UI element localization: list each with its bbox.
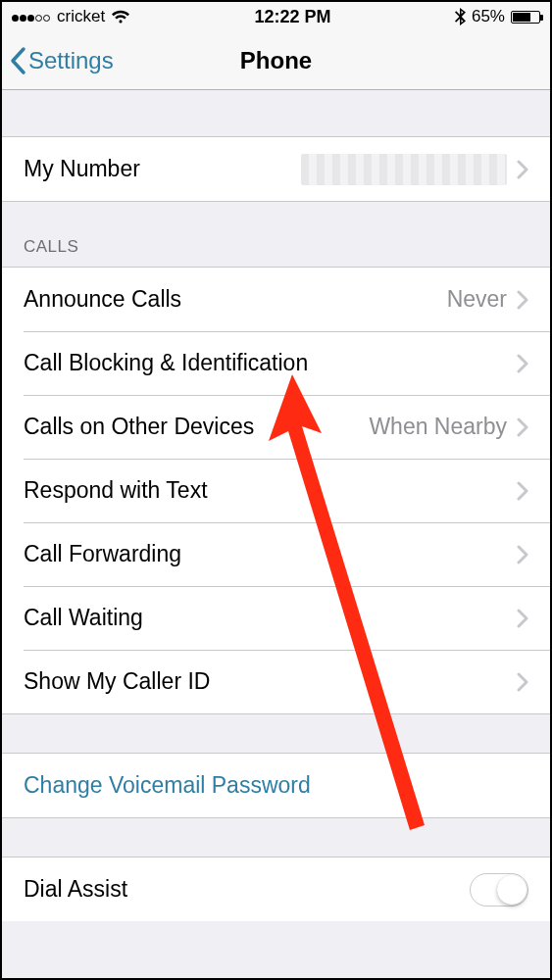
call-waiting-label: Call Waiting <box>24 605 517 631</box>
announce-calls-value: Never <box>447 286 507 313</box>
call-waiting-row[interactable]: Call Waiting <box>2 586 550 650</box>
signal-strength-icon <box>12 9 51 24</box>
dial-assist-toggle[interactable] <box>470 873 528 906</box>
nav-bar: Settings Phone <box>2 31 550 90</box>
call-blocking-row[interactable]: Call Blocking & Identification <box>2 331 550 395</box>
status-left: cricket <box>12 7 130 26</box>
show-caller-id-label: Show My Caller ID <box>24 668 517 695</box>
bluetooth-icon <box>455 8 466 25</box>
chevron-right-icon <box>517 609 528 628</box>
calls-other-devices-label: Calls on Other Devices <box>24 414 369 440</box>
chevron-right-icon <box>517 290 528 310</box>
calls-other-devices-row[interactable]: Calls on Other Devices When Nearby <box>2 395 550 459</box>
change-voicemail-password-label: Change Voicemail Password <box>24 772 528 799</box>
dial-assist-row: Dial Assist <box>2 858 550 921</box>
chevron-right-icon <box>517 160 528 179</box>
chevron-right-icon <box>517 417 528 437</box>
my-number-row[interactable]: My Number <box>2 137 550 201</box>
back-label: Settings <box>28 47 114 74</box>
battery-percent: 65% <box>472 7 505 26</box>
chevron-right-icon <box>517 354 528 373</box>
toggle-knob <box>497 875 527 905</box>
back-button[interactable]: Settings <box>10 31 114 89</box>
my-number-value-redacted <box>301 154 507 185</box>
my-number-label: My Number <box>24 156 301 182</box>
call-blocking-label: Call Blocking & Identification <box>24 350 517 376</box>
battery-icon <box>511 11 540 24</box>
show-caller-id-row[interactable]: Show My Caller ID <box>2 650 550 713</box>
announce-calls-label: Announce Calls <box>24 286 447 313</box>
change-voicemail-password-row[interactable]: Change Voicemail Password <box>2 754 550 817</box>
status-bar: cricket 12:22 PM 65% <box>2 2 550 31</box>
clock: 12:22 PM <box>255 7 331 27</box>
carrier-label: cricket <box>57 7 105 26</box>
chevron-right-icon <box>517 545 528 564</box>
call-forwarding-label: Call Forwarding <box>24 541 517 567</box>
section-spacer <box>2 90 550 137</box>
calls-group: Announce Calls Never Call Blocking & Ide… <box>2 268 550 713</box>
respond-with-text-label: Respond with Text <box>24 477 517 504</box>
chevron-right-icon <box>517 481 528 501</box>
calls-other-devices-value: When Nearby <box>369 414 507 440</box>
dial-assist-label: Dial Assist <box>24 876 470 903</box>
respond-with-text-row[interactable]: Respond with Text <box>2 459 550 522</box>
call-forwarding-row[interactable]: Call Forwarding <box>2 522 550 586</box>
section-spacer <box>2 818 550 858</box>
announce-calls-row[interactable]: Announce Calls Never <box>2 268 550 331</box>
section-spacer <box>2 714 550 754</box>
calls-section-header: CALLS <box>2 202 550 268</box>
page-title: Phone <box>240 47 312 74</box>
status-right: 65% <box>455 7 540 26</box>
wifi-icon <box>111 10 130 24</box>
chevron-left-icon <box>10 46 26 75</box>
phone-settings-screen: cricket 12:22 PM 65% Settings Phone My N… <box>0 0 552 980</box>
chevron-right-icon <box>517 672 528 692</box>
